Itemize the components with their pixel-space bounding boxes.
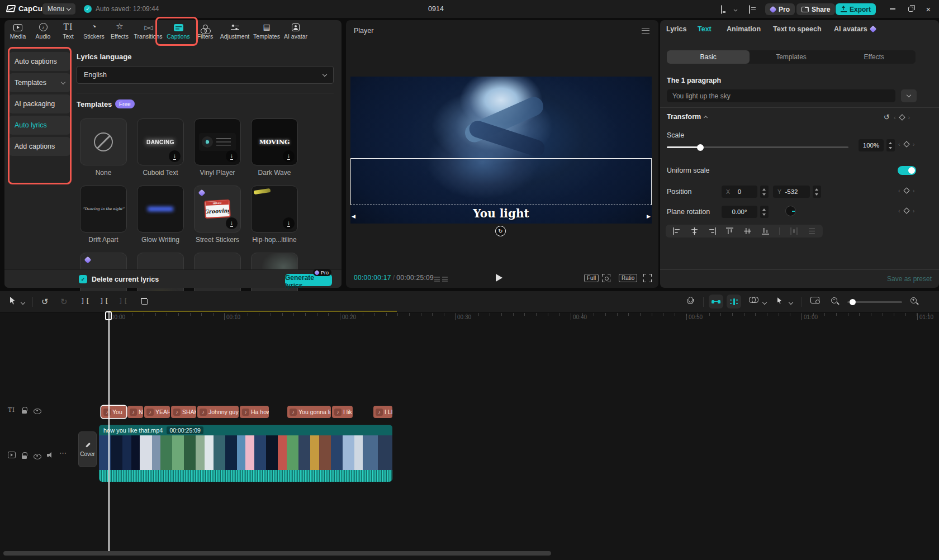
tab-lyrics[interactable]: Lyrics	[666, 25, 686, 33]
chevron-down-icon[interactable]	[762, 300, 767, 305]
next-keyframe-icon[interactable]: ›	[908, 114, 910, 121]
save-as-preset-button[interactable]: Save as preset	[887, 275, 932, 283]
delete-left-icon[interactable]: ][	[99, 297, 110, 305]
zoom-in-icon[interactable]	[910, 297, 918, 305]
caption-clip[interactable]: ♪ I LIK	[373, 406, 392, 418]
paragraph-input[interactable]: You light up the sky	[667, 89, 895, 102]
slider-knob[interactable]	[697, 144, 704, 151]
download-icon[interactable]: ↓	[226, 217, 238, 229]
template-card-none[interactable]	[80, 118, 127, 165]
align-center-h-icon[interactable]	[691, 227, 698, 235]
delete-lyrics-checkbox[interactable]: ✓	[79, 275, 87, 283]
tab-text[interactable]: Text	[698, 25, 712, 33]
download-icon[interactable]: ↓	[169, 150, 181, 162]
template-card-vinyl-player[interactable]: ↓	[194, 118, 241, 165]
menu-button[interactable]: Menu	[42, 3, 75, 15]
auto-splice-button[interactable]	[727, 295, 741, 309]
timeline-scrollbar[interactable]	[3, 551, 551, 556]
caption-clip[interactable]: ♪ SHAK	[171, 406, 196, 418]
keyframe-icon[interactable]	[903, 187, 909, 193]
chevron-down-icon[interactable]	[789, 300, 793, 305]
tab-filters[interactable]: Filters	[193, 22, 217, 44]
keyframe-icon[interactable]	[903, 141, 909, 147]
download-icon[interactable]: ↓	[283, 217, 295, 229]
snap-toggle-button[interactable]	[709, 295, 723, 309]
pro-button[interactable]: Pro	[765, 3, 795, 15]
tab-effects[interactable]: ☆ Effects	[107, 22, 132, 44]
select-mode-icon[interactable]	[777, 297, 783, 305]
position-y-stepper[interactable]	[813, 186, 821, 198]
prev-keyframe-icon[interactable]: ‹	[894, 114, 896, 121]
caption-clip[interactable]: ♪ You gonna li	[287, 406, 331, 418]
rotation-stepper[interactable]	[760, 206, 769, 218]
selection-handle-right[interactable]: ▶	[647, 213, 651, 219]
record-voiceover-icon[interactable]	[686, 297, 693, 305]
eye-icon[interactable]	[34, 407, 41, 414]
tab-stickers[interactable]: ◔ Stickers	[80, 22, 107, 44]
zoom-preview-icon[interactable]	[602, 274, 610, 284]
zoom-out-icon[interactable]	[831, 297, 839, 305]
align-bottom-icon[interactable]	[762, 227, 769, 235]
selection-handle-left[interactable]: ◀	[352, 213, 355, 219]
sidebar-item-add-captions[interactable]: Add captions	[9, 137, 70, 156]
tab-adjustment[interactable]: Adjustment	[218, 22, 252, 44]
position-y-field[interactable]: Y -532	[773, 186, 810, 198]
subtab-basic[interactable]: Basic	[667, 50, 750, 64]
rotation-dial[interactable]	[785, 206, 796, 216]
panel-layout-icon[interactable]	[749, 6, 750, 13]
export-button[interactable]: Export	[836, 3, 876, 15]
template-card-glow-writing[interactable]	[137, 186, 184, 232]
scale-stepper[interactable]	[886, 139, 895, 151]
sidebar-item-templates[interactable]: Templates	[9, 73, 70, 92]
zoom-slider-knob[interactable]	[850, 299, 856, 305]
sidebar-item-auto-captions[interactable]: Auto captions	[9, 52, 70, 71]
speaker-icon[interactable]	[47, 452, 54, 458]
layout-toggle-icon[interactable]	[721, 6, 722, 13]
scale-slider[interactable]	[667, 146, 848, 148]
list-icon[interactable]	[442, 276, 448, 283]
subtab-effects[interactable]: Effects	[833, 50, 916, 64]
maximize-button[interactable]	[905, 4, 916, 13]
split-icon[interactable]: ][	[80, 297, 91, 305]
tab-captions[interactable]: Captions	[165, 22, 192, 44]
video-preview[interactable]: You light ◀ ▶	[350, 77, 652, 224]
tab-ai-avatar[interactable]: AI avatar	[282, 22, 310, 44]
next-keyframe-icon[interactable]: ›	[913, 187, 915, 194]
paragraph-expand-button[interactable]	[901, 89, 917, 102]
caption-clip[interactable]: ♪ YEAH	[144, 406, 170, 418]
minimize-button[interactable]	[888, 4, 898, 13]
template-card-cuboid-text[interactable]: DANCING ↓	[137, 118, 184, 165]
next-keyframe-icon[interactable]: ›	[913, 141, 915, 148]
fullscreen-icon[interactable]	[643, 274, 652, 284]
sidebar-item-ai-packaging[interactable]: AI packaging	[9, 94, 70, 113]
cover-button[interactable]: Cover	[78, 431, 97, 467]
prev-keyframe-icon[interactable]: ‹	[898, 187, 900, 194]
tab-audio[interactable]: ♪ Audio	[31, 22, 55, 44]
download-icon[interactable]: ↓	[226, 150, 238, 162]
caption-clip[interactable]: ♪ NE	[127, 406, 143, 418]
lyrics-language-select[interactable]: English	[77, 66, 334, 84]
align-middle-v-icon[interactable]	[744, 227, 751, 235]
keyframe-icon[interactable]	[903, 207, 909, 213]
undo-icon[interactable]: ↺	[41, 297, 49, 307]
prev-keyframe-icon[interactable]: ‹	[898, 141, 900, 148]
playhead[interactable]	[108, 311, 110, 551]
prev-keyframe-icon[interactable]: ‹	[898, 207, 900, 214]
lock-icon[interactable]	[21, 452, 28, 459]
more-icon[interactable]: ⋯	[59, 449, 67, 457]
caption-overlay-text[interactable]: You light	[350, 207, 652, 220]
eye-icon[interactable]	[34, 452, 41, 459]
keyframe-icon[interactable]	[899, 114, 905, 120]
caption-clip[interactable]: ♪ Johnny guy	[197, 406, 239, 418]
preview-axis-icon[interactable]	[810, 297, 819, 303]
tab-ai-avatars[interactable]: AI avatars	[834, 25, 876, 33]
next-keyframe-icon[interactable]: ›	[913, 207, 915, 214]
text-selection-box[interactable]	[350, 158, 652, 205]
reset-icon[interactable]: ↺	[884, 113, 890, 121]
chevron-down-icon[interactable]	[734, 8, 738, 12]
align-right-icon[interactable]	[709, 227, 716, 235]
transform-section-header[interactable]: Transform	[667, 113, 707, 121]
close-button[interactable]: ×	[923, 4, 933, 13]
caption-clip[interactable]: ♪ You	[101, 406, 126, 418]
caption-clip[interactable]: ♪ I lik	[332, 406, 353, 418]
